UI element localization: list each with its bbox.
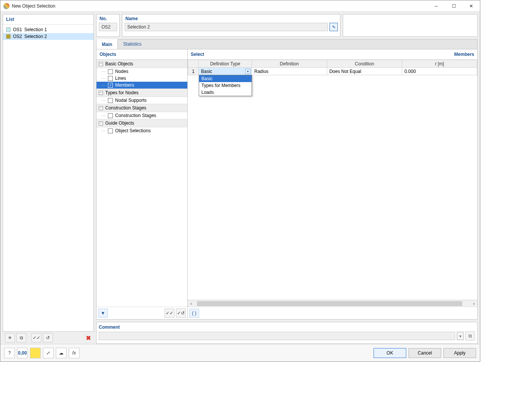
table-row[interactable]: 1 Basic ▾ Radius Does Not Equal 0.000: [188, 68, 477, 75]
select-panel: Select Members Definition Type Definitio…: [188, 49, 477, 319]
dropdown-option[interactable]: Types for Members: [199, 82, 252, 89]
tree-item-nodal-supports[interactable]: Nodal Supports: [97, 97, 187, 104]
checkbox[interactable]: [108, 83, 113, 88]
objects-panel: Objects −Basic Objects Nodes Lines Membe…: [97, 49, 188, 319]
cell-definition[interactable]: Radius: [252, 68, 327, 75]
no-box: No. OS2: [96, 14, 120, 37]
comment-panel: Comment ▾ ⧉: [96, 322, 478, 344]
select-table[interactable]: Definition Type Definition Condition r […: [188, 60, 477, 75]
list-toolbar: ✳ ⧉ ✓✓ ↺ ✖: [3, 332, 94, 344]
select-header: Select: [191, 52, 454, 57]
maximize-button[interactable]: ☐: [445, 0, 462, 11]
col-condition[interactable]: Condition: [327, 60, 402, 68]
parentheses-button[interactable]: ( ): [189, 309, 199, 318]
swatch-icon: [6, 34, 11, 39]
checkbox[interactable]: [108, 128, 113, 133]
list-item-name: Selection 1: [24, 27, 47, 32]
check-all-button[interactable]: ✓✓: [32, 333, 41, 342]
edit-name-button[interactable]: ✎: [329, 23, 338, 31]
select-subtitle: Members: [454, 52, 474, 57]
collapse-icon[interactable]: −: [99, 106, 103, 110]
dialog-window: New Object Selection ─ ☐ ✕ List OS1 Sele…: [0, 0, 480, 362]
uncheck-all-button[interactable]: ↺: [43, 333, 53, 342]
comment-dropdown-button[interactable]: ▾: [457, 332, 464, 340]
preview-box: [343, 14, 478, 37]
col-definition[interactable]: Definition: [252, 60, 327, 68]
collapse-icon[interactable]: −: [99, 121, 103, 125]
filter-button[interactable]: ▼: [98, 309, 108, 318]
view-button[interactable]: ☁: [56, 348, 66, 358]
scroll-right-icon[interactable]: ›: [470, 300, 477, 307]
checkbox[interactable]: [108, 69, 113, 74]
window-title: New Object Selection: [12, 3, 428, 9]
checkbox[interactable]: [108, 76, 113, 81]
chevron-down-icon[interactable]: ▾: [245, 69, 250, 74]
tree-item-lines[interactable]: Lines: [97, 75, 187, 82]
col-r[interactable]: r [m]: [402, 60, 477, 68]
horizontal-scrollbar[interactable]: ‹ ›: [188, 300, 477, 307]
minimize-button[interactable]: ─: [428, 0, 445, 11]
color-button[interactable]: [30, 348, 41, 358]
cell-value[interactable]: 0.000: [402, 68, 477, 75]
dialog-footer: ? 0,00 ⤢ ☁ fx OK Cancel Apply: [0, 344, 480, 361]
list-item-code: OS2: [13, 34, 22, 39]
ok-button[interactable]: OK: [374, 348, 406, 358]
definition-type-dropdown[interactable]: Basic Types for Members Loads: [199, 75, 252, 96]
col-definition-type[interactable]: Definition Type: [199, 60, 252, 68]
comment-copy-button[interactable]: ⧉: [465, 331, 475, 340]
dimension-button[interactable]: ⤢: [43, 348, 54, 358]
row-header-blank: [188, 60, 199, 68]
objects-header: Objects: [97, 49, 187, 60]
scroll-left-icon[interactable]: ‹: [188, 300, 195, 307]
list-item-code: OS1: [13, 27, 22, 32]
select-table-wrap: Definition Type Definition Condition r […: [188, 60, 477, 300]
new-selection-button[interactable]: ✳: [5, 333, 15, 342]
collapse-icon[interactable]: −: [99, 91, 103, 95]
help-button[interactable]: ?: [4, 348, 15, 358]
tabs: Main Statistics: [96, 39, 478, 49]
no-label: No.: [97, 14, 119, 23]
tree-group-header[interactable]: −Types for Nodes: [97, 89, 187, 97]
selection-list[interactable]: OS1 Selection 1 OS2 Selection 2: [3, 25, 93, 331]
checkbox[interactable]: [108, 113, 113, 118]
checkbox[interactable]: [108, 98, 113, 103]
swatch-icon: [6, 27, 11, 32]
cell-condition[interactable]: Does Not Equal: [327, 68, 402, 75]
close-button[interactable]: ✕: [462, 0, 480, 11]
cell-definition-type[interactable]: Basic ▾: [199, 68, 252, 75]
tree-group-header[interactable]: −Construction Stages: [97, 104, 187, 112]
row-number: 1: [188, 68, 199, 75]
name-box: Name Selection 2 ✎: [122, 14, 340, 37]
name-value: Selection 2: [125, 23, 328, 31]
units-button[interactable]: 0,00: [17, 348, 28, 358]
comment-input[interactable]: [99, 332, 455, 340]
list-item[interactable]: OS1 Selection 1: [3, 26, 93, 33]
tree-group-header[interactable]: −Guide Objects: [97, 119, 187, 127]
dropdown-option[interactable]: Loads: [199, 89, 252, 96]
comment-header: Comment: [99, 324, 475, 331]
tree-group-header[interactable]: −Basic Objects: [97, 60, 187, 68]
apply-button[interactable]: Apply: [443, 348, 476, 358]
dropdown-option[interactable]: Basic: [199, 75, 252, 82]
check-all-objects-button[interactable]: ✓✓: [165, 309, 174, 318]
tree-item-members[interactable]: Members: [97, 82, 187, 89]
no-value: OS2: [99, 23, 117, 31]
tree-item-object-selections[interactable]: Object Selections: [97, 127, 187, 134]
name-label: Name: [122, 14, 340, 23]
collapse-icon[interactable]: −: [99, 62, 103, 66]
duplicate-selection-button[interactable]: ⧉: [16, 333, 26, 342]
cancel-button[interactable]: Cancel: [408, 348, 441, 358]
tree-item-construction-stages[interactable]: Construction Stages: [97, 112, 187, 119]
list-panel: List OS1 Selection 1 OS2 Selection 2: [3, 14, 94, 332]
toggle-checks-button[interactable]: ✓↺: [176, 309, 186, 318]
objects-tree[interactable]: −Basic Objects Nodes Lines Members −Type…: [97, 60, 187, 307]
app-icon: [3, 3, 10, 9]
tree-item-nodes[interactable]: Nodes: [97, 68, 187, 75]
delete-selection-button[interactable]: ✖: [85, 334, 92, 341]
formula-button[interactable]: fx: [69, 348, 79, 358]
titlebar: New Object Selection ─ ☐ ✕: [0, 0, 480, 12]
list-item[interactable]: OS2 Selection 2: [3, 33, 93, 40]
list-item-name: Selection 2: [24, 34, 47, 39]
tab-main[interactable]: Main: [97, 39, 118, 49]
tab-statistics[interactable]: Statistics: [118, 40, 147, 49]
